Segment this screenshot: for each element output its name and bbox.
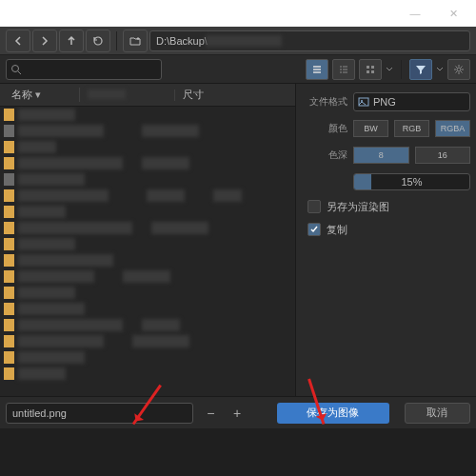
list-item bbox=[0, 171, 295, 188]
color-rgba[interactable]: RGBA bbox=[435, 120, 470, 137]
color-label: 颜色 bbox=[302, 122, 347, 135]
color-bw[interactable]: BW bbox=[353, 120, 388, 137]
svg-rect-1 bbox=[367, 66, 369, 69]
list-item bbox=[0, 220, 295, 236]
list-item bbox=[0, 349, 295, 366]
svg-point-5 bbox=[457, 68, 461, 71]
bottom-bar: untitled.png − + 保存为图像 取消 bbox=[0, 396, 476, 428]
settings-button[interactable] bbox=[447, 59, 470, 80]
col-modified[interactable] bbox=[80, 89, 175, 101]
path-input[interactable]: D:\Backup\ bbox=[149, 30, 470, 51]
new-folder-button[interactable] bbox=[123, 30, 148, 52]
decrement-button[interactable]: − bbox=[201, 404, 220, 423]
svg-rect-4 bbox=[371, 70, 374, 73]
chevron-down-icon bbox=[436, 64, 444, 75]
file-list[interactable] bbox=[0, 107, 295, 396]
format-label: 文件格式 bbox=[302, 95, 347, 109]
view-detail-button[interactable] bbox=[332, 59, 355, 80]
save-as-image-button[interactable]: 保存为图像 bbox=[277, 403, 389, 424]
list-item bbox=[0, 301, 295, 317]
nav-toolbar: D:\Backup\ bbox=[0, 27, 476, 55]
save-render-label: 另存为渲染图 bbox=[327, 200, 389, 214]
list-item bbox=[0, 123, 295, 139]
svg-rect-6 bbox=[359, 98, 368, 106]
compression-slider[interactable]: 15% bbox=[353, 173, 470, 190]
list-item bbox=[0, 333, 295, 349]
image-icon bbox=[358, 96, 369, 108]
color-rgb[interactable]: RGB bbox=[394, 120, 429, 137]
close-button[interactable]: ✕ bbox=[434, 0, 472, 27]
increment-button[interactable]: + bbox=[228, 404, 247, 423]
chevron-down-icon bbox=[386, 64, 393, 75]
up-button[interactable] bbox=[59, 30, 84, 52]
svg-rect-2 bbox=[371, 66, 374, 69]
search-icon bbox=[10, 64, 22, 75]
list-item bbox=[0, 107, 295, 123]
view-thumb-button[interactable] bbox=[359, 59, 382, 80]
list-item bbox=[0, 155, 295, 171]
filename-input[interactable]: untitled.png bbox=[6, 403, 193, 424]
forward-button[interactable] bbox=[32, 30, 57, 52]
list-item bbox=[0, 252, 295, 268]
col-size[interactable]: 尺寸 bbox=[175, 88, 232, 102]
list-item bbox=[0, 236, 295, 252]
file-list-panel: 名称 ▾ 尺寸 bbox=[0, 84, 295, 396]
list-item bbox=[0, 317, 295, 333]
col-name[interactable]: 名称 ▾ bbox=[4, 88, 80, 102]
footer-area: ✘ 自由互联 bbox=[0, 428, 476, 476]
options-panel: 文件格式 PNG 颜色 BW RGB RGBA 色深 8 16 15% 另存为渲… bbox=[295, 84, 476, 396]
copy-label: 复制 bbox=[327, 223, 347, 237]
depth-16[interactable]: 16 bbox=[415, 147, 471, 164]
list-item bbox=[0, 366, 295, 382]
list-item bbox=[0, 139, 295, 155]
svg-point-0 bbox=[12, 65, 19, 71]
list-item bbox=[0, 285, 295, 301]
back-button[interactable] bbox=[6, 30, 30, 52]
save-render-checkbox[interactable] bbox=[307, 200, 321, 213]
filter-button[interactable] bbox=[409, 59, 432, 80]
svg-rect-3 bbox=[367, 70, 369, 73]
depth-label: 色深 bbox=[302, 149, 347, 162]
list-item bbox=[0, 188, 295, 204]
format-dropdown[interactable]: PNG bbox=[353, 92, 470, 111]
window-titlebar: — ✕ bbox=[0, 0, 476, 27]
search-toolbar bbox=[0, 55, 476, 84]
depth-8[interactable]: 8 bbox=[353, 147, 409, 164]
cancel-button[interactable]: 取消 bbox=[405, 403, 470, 424]
view-list-button[interactable] bbox=[306, 59, 328, 80]
minimize-button[interactable]: — bbox=[396, 0, 434, 27]
copy-checkbox[interactable] bbox=[307, 223, 321, 236]
refresh-button[interactable] bbox=[86, 30, 110, 52]
list-item bbox=[0, 268, 295, 285]
list-item bbox=[0, 204, 295, 220]
search-input[interactable] bbox=[6, 59, 162, 80]
